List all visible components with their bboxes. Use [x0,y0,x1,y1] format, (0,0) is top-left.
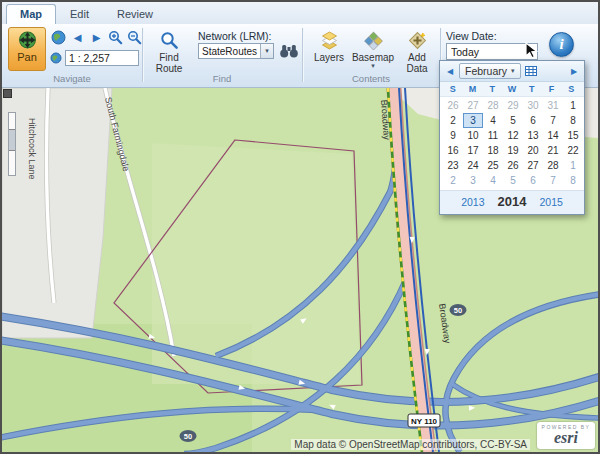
ribbon-tabbar: Map Edit Review [2,2,598,24]
calendar-year-next[interactable]: 2015 [539,196,562,208]
calendar-month-dropdown[interactable]: February ▾ [459,63,521,79]
calendar-month-label: February [465,65,507,77]
esri-logo: POWERED BY esri [537,422,595,449]
add-data-button[interactable]: Add Data [396,27,438,71]
calendar-next-month-button[interactable]: ▶ [567,67,581,76]
zoom-in-icon [108,30,123,45]
network-dropdown-arrow-icon[interactable]: ▾ [260,44,273,58]
calendar-day[interactable]: 1 [563,98,583,113]
calendar-day[interactable]: 31 [543,98,563,113]
layers-icon [320,31,339,52]
calendar-day[interactable]: 27 [463,98,483,113]
calendar-day[interactable]: 18 [483,143,503,158]
zoom-slider-handle[interactable] [9,129,15,151]
info-button[interactable]: i [549,32,574,57]
find-group-label: Find [142,73,302,84]
calendar-day-selected[interactable]: 3 [463,113,483,128]
zoom-slider[interactable] [8,112,16,176]
calendar-years: 2013 2014 2015 [440,190,584,214]
calendar-day[interactable]: 6 [523,113,543,128]
calendar-day[interactable]: 13 [523,128,543,143]
basemap-button[interactable]: Basemap ▾ [352,27,394,71]
find-route-magnifier-icon [160,31,179,52]
search-network-button[interactable] [279,43,299,59]
calendar-day[interactable]: 2 [443,173,463,188]
scale-row [50,50,139,66]
calendar-day[interactable]: 9 [443,128,463,143]
calendar-day[interactable]: 28 [483,98,503,113]
calendar-month-caret-icon: ▾ [511,68,515,74]
calendar-day[interactable]: 5 [503,173,523,188]
calendar-dow: M [463,82,483,96]
calendar-day[interactable]: 30 [523,98,543,113]
calendar-day[interactable]: 16 [443,143,463,158]
scale-input[interactable] [65,50,139,66]
basemap-caret-icon: ▾ [371,63,375,69]
calendar-grid: 2627282930311234567891011121314151617181… [443,98,583,188]
calendar-day[interactable]: 19 [503,143,523,158]
scale-globe-icon [50,52,62,64]
full-extent-button[interactable] [50,29,67,45]
calendar-header: ◀ February ▾ ▶ [440,61,584,82]
calendar-day[interactable]: 25 [483,158,503,173]
next-extent-button[interactable]: ▶ [88,29,105,45]
calendar-day[interactable]: 27 [523,158,543,173]
calendar-day[interactable]: 22 [563,143,583,158]
calendar-day[interactable]: 11 [483,128,503,143]
calendar-day[interactable]: 8 [563,113,583,128]
calendar-day[interactable]: 12 [503,128,523,143]
basemap-icon [364,31,383,52]
calendar-day[interactable]: 6 [523,173,543,188]
calendar-day[interactable]: 3 [463,173,483,188]
calendar-year-prev[interactable]: 2013 [461,196,484,208]
calendar-day[interactable]: 1 [563,158,583,173]
calendar-day[interactable]: 2 [443,113,463,128]
calendar-day[interactable]: 21 [543,143,563,158]
calendar-view-toggle-button[interactable] [525,65,537,77]
calendar-day[interactable]: 10 [463,128,483,143]
navigate-group-label: Navigate [2,73,142,84]
calendar-day[interactable]: 7 [543,113,563,128]
calendar-dow-row: SMTWTFS [440,82,584,97]
calendar-day[interactable]: 15 [563,128,583,143]
tab-review[interactable]: Review [103,4,167,24]
zoom-in-button[interactable] [107,29,124,45]
calendar-day[interactable]: 5 [503,113,523,128]
view-date-label: View Date: [446,30,497,42]
calendar-grid-icon [525,65,537,77]
next-extent-icon: ▶ [93,32,101,43]
calendar-day[interactable]: 24 [463,158,483,173]
find-route-button[interactable]: Find Route [146,27,192,71]
calendar-day[interactable]: 26 [443,98,463,113]
calendar-year-current[interactable]: 2014 [498,194,527,209]
calendar-dow: T [522,82,542,96]
calendar-day[interactable]: 7 [543,173,563,188]
previous-extent-button[interactable]: ◀ [69,29,86,45]
calendar-day[interactable]: 14 [543,128,563,143]
calendar-dow: W [502,82,522,96]
calendar-day[interactable]: 26 [503,158,523,173]
tab-map[interactable]: Map [6,4,56,24]
info-icon: i [559,36,563,52]
network-lrm-select[interactable]: StateRoutes ▾ [198,43,274,59]
calendar-day[interactable]: 8 [563,173,583,188]
shield-circle-route-1: 50 [454,306,462,315]
map-corner-widget[interactable] [3,89,12,98]
layers-button[interactable]: Layers [308,27,350,71]
date-picker-popup: ◀ February ▾ ▶ SMTWTFS 26272829303112345… [439,60,585,215]
pan-button[interactable]: Pan [8,27,46,71]
calendar-day[interactable]: 4 [483,173,503,188]
calendar-prev-month-button[interactable]: ◀ [443,67,457,76]
pan-compass-icon [18,31,37,52]
calendar-day[interactable]: 4 [483,113,503,128]
calendar-day[interactable]: 23 [443,158,463,173]
tab-edit[interactable]: Edit [56,4,103,24]
layers-label: Layers [314,52,344,63]
zoom-out-button[interactable] [126,29,143,45]
network-lrm-label: Network (LRM): [198,30,272,42]
calendar-day[interactable]: 28 [543,158,563,173]
calendar-day[interactable]: 20 [523,143,543,158]
calendar-day[interactable]: 29 [503,98,523,113]
calendar-day[interactable]: 17 [463,143,483,158]
prev-extent-icon: ◀ [74,32,82,43]
